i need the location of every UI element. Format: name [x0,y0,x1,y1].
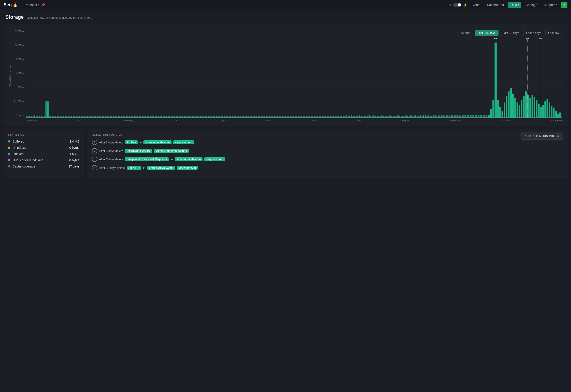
svg-rect-266 [441,115,442,118]
svg-rect-176 [296,116,297,118]
time-btn-365[interactable]: Last 365 days [475,30,498,36]
svg-rect-161 [272,116,273,118]
svg-rect-61 [111,116,112,118]
svg-rect-210 [351,115,352,118]
user-avatar[interactable]: ▾ [561,2,567,8]
pin-icon[interactable]: 📌 [41,3,45,7]
svg-rect-174 [293,116,294,118]
svg-rect-35 [70,116,71,118]
svg-rect-48 [90,116,91,118]
x-tick-nov: November [551,119,562,122]
nav-settings[interactable]: Settings [524,2,539,8]
svg-rect-214 [357,116,359,118]
svg-rect-285 [471,115,473,118]
svg-rect-50 [94,116,95,118]
svg-rect-235 [391,116,392,118]
svg-rect-138 [235,116,236,118]
svg-rect-277 [459,115,460,118]
svg-rect-118 [203,116,204,118]
svg-rect-141 [240,116,241,118]
svg-rect-223 [372,116,373,118]
svg-rect-62 [113,116,114,118]
svg-rect-180 [303,116,304,118]
time-btn-7[interactable]: Last 7 days [523,30,544,36]
svg-rect-44 [84,116,85,118]
stat-value-queued: 0 bytes [69,158,79,162]
nav-separator: | [21,3,22,7]
svg-rect-136 [232,116,233,118]
svg-rect-171 [288,116,289,118]
svg-rect-322 [544,101,546,118]
svg-rect-201 [336,116,337,118]
svg-rect-82 [145,116,146,118]
stats-panel: STATISTICS Buffered 1.4 MB Unindexed 0 b… [4,129,84,178]
svg-rect-328 [557,113,559,118]
svg-rect-282 [467,115,468,118]
svg-rect-297 [490,109,492,118]
marker-line-2: 2 [541,38,541,118]
svg-rect-254 [421,116,423,118]
svg-rect-30 [61,116,63,118]
svg-rect-158 [267,116,268,118]
svg-rect-247 [410,115,411,118]
nav-dashboards[interactable]: Dashboards [485,2,506,8]
svg-rect-19 [44,116,45,118]
svg-rect-16 [39,116,40,118]
nav-events[interactable]: Events [468,2,482,8]
policy-tag-seq-cafe-1: seq-cafe.com [173,140,194,144]
svg-rect-134 [229,116,230,118]
svg-rect-248 [412,116,413,118]
stat-value-unindexed: 0 bytes [69,146,79,149]
svg-rect-92 [161,116,162,118]
svg-rect-181 [304,116,305,118]
theme-toggle[interactable]: ☀ 🌙 [449,3,466,7]
svg-rect-57 [105,116,106,118]
svg-rect-257 [426,116,428,118]
svg-rect-307 [512,94,514,118]
svg-rect-212 [354,116,355,118]
stat-dot-indexed [8,153,10,155]
svg-rect-241 [401,116,402,118]
svg-rect-317 [534,97,535,118]
svg-rect-313 [525,91,527,118]
x-tick-apr: April [221,119,225,122]
svg-rect-190 [319,116,320,118]
page-header: Storage Visualize how disk space is used… [0,10,571,22]
nav-support[interactable]: Support ▾ [541,2,559,8]
x-tick-jun: June [311,119,316,122]
time-btn-30[interactable]: Last 30 days [500,30,522,36]
svg-rect-31 [63,116,64,118]
svg-rect-182 [306,116,307,118]
svg-rect-175 [295,116,296,118]
svg-rect-232 [386,116,388,118]
svg-rect-137 [234,116,235,118]
svg-rect-47 [89,116,90,118]
theme-toggle-track[interactable] [453,3,461,7]
svg-rect-324 [549,102,550,118]
svg-rect-276 [457,115,458,118]
stat-value-cache: 417 days [67,165,79,168]
svg-rect-260 [431,116,433,118]
nav-data[interactable]: Data ▾ [508,2,522,8]
app-logo[interactable]: Seq 🔥 [4,2,18,7]
svg-rect-143 [243,116,244,118]
x-tick-dec: December [26,119,37,122]
svg-rect-256 [425,115,426,118]
workspace-selector[interactable]: Personal ▾ [25,3,39,7]
svg-rect-43 [82,116,83,118]
svg-rect-165 [279,116,280,118]
svg-rect-184 [309,116,310,118]
policy-num-3: 3 [92,156,97,162]
svg-rect-312 [523,96,525,118]
add-retention-button[interactable]: ADD RETENTION POLICY [521,133,563,140]
svg-rect-70 [126,116,127,118]
svg-rect-145 [246,116,248,118]
svg-rect-116 [200,116,201,118]
svg-rect-329 [559,112,561,118]
time-btn-all[interactable]: All time [458,30,473,36]
svg-rect-81 [143,116,145,118]
policy-tag-seq-cafe-3: seq-cafe.com [204,157,225,161]
x-tick-feb: February [123,119,133,122]
chart-y-label: Stored data per day [9,65,12,87]
time-btn-1[interactable]: Last day [545,30,562,36]
